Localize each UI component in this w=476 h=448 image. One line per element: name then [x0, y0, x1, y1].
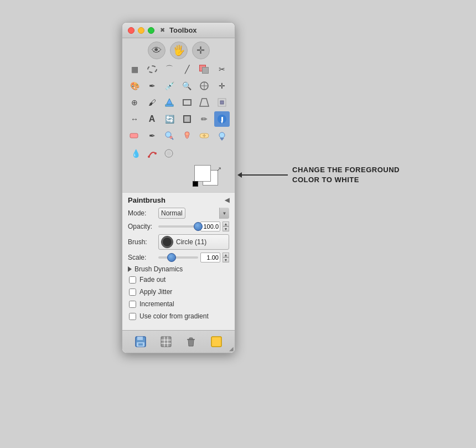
brush-dynamics-label: Brush Dynamics — [134, 265, 183, 273]
eyedrop-tool[interactable]: 💉 — [162, 78, 177, 94]
scale-up-button[interactable]: ▲ — [223, 253, 229, 258]
svg-point-20 — [154, 152, 157, 155]
grid-button[interactable] — [158, 333, 174, 350]
eraser-tool[interactable] — [127, 128, 142, 143]
opacity-down-button[interactable]: ▼ — [223, 226, 229, 231]
fade-out-label: Fade out — [139, 276, 165, 284]
smudge2-tool[interactable] — [161, 146, 177, 161]
smudge-tool[interactable] — [162, 128, 177, 143]
swap-colors-icon[interactable]: ↗ — [216, 166, 221, 173]
eye-tool-big[interactable]: 👁 — [148, 42, 165, 59]
scale-slider-container: ▲ ▼ — [158, 253, 229, 262]
svg-rect-26 — [138, 343, 143, 346]
brush-selector[interactable]: Circle (11) — [158, 234, 229, 250]
svg-rect-7 — [220, 101, 224, 104]
fade-out-row: Fade out — [128, 276, 229, 284]
mode-row: Mode: Normal ▼ — [128, 208, 229, 219]
opacity-slider-thumb[interactable] — [194, 222, 203, 231]
foreground-color-swatch[interactable] — [195, 166, 210, 181]
resize-handle[interactable]: ◢ — [229, 346, 234, 352]
opacity-slider-track — [158, 225, 198, 228]
dodge-tool[interactable] — [214, 128, 230, 143]
apply-jitter-label: Apply Jitter — [139, 288, 172, 296]
color-section: ↗ — [127, 163, 230, 190]
annotation-line1: CHANGE THE FOREGROUND — [292, 165, 400, 175]
scale-slider-thumb[interactable] — [167, 253, 176, 262]
fade-out-checkbox[interactable] — [129, 276, 136, 284]
maximize-button[interactable] — [148, 27, 154, 34]
mode-select-wrapper: Normal ▼ — [158, 208, 229, 219]
incremental-checkbox[interactable] — [129, 301, 136, 308]
opacity-label: Opacity: — [128, 223, 158, 230]
delete-button[interactable] — [183, 333, 199, 350]
incremental-label: Incremental — [139, 300, 174, 308]
brush-tool2[interactable]: 🖌 — [144, 95, 160, 110]
bottom-toolbar — [122, 330, 235, 353]
save-button[interactable] — [132, 333, 149, 350]
svg-rect-33 — [189, 338, 193, 339]
minimize-button[interactable] — [138, 27, 144, 34]
scissors-tool[interactable]: ✂ — [214, 61, 230, 77]
big-icons-row: 👁 🖐 ✛ — [127, 42, 230, 59]
water-tool[interactable]: 💧 — [128, 146, 143, 161]
scale-spinner: ▲ ▼ — [223, 253, 229, 262]
panel-title-text: Paintbrush — [128, 196, 165, 204]
title-bar: ✖ Toolbox — [122, 23, 235, 38]
panel-title: Paintbrush ◀ — [128, 196, 229, 204]
path-tool[interactable]: ╱ — [179, 61, 195, 77]
scale-value-input[interactable] — [200, 253, 220, 262]
extra-tools-row: 💧 — [127, 146, 230, 163]
fill-tool[interactable] — [162, 95, 177, 110]
toolbox-window: ✖ Toolbox 👁 🖐 ✛ ▦ ⌒ ╱ ✂ 🎨 ✒ 💉 — [122, 22, 235, 353]
svg-point-18 — [219, 132, 225, 138]
path2-tool[interactable] — [144, 146, 160, 161]
pencil-tool[interactable]: ✒ — [144, 78, 160, 94]
scale-slider-track — [158, 256, 198, 259]
svg-rect-27 — [161, 337, 171, 347]
measure-tool[interactable] — [196, 78, 212, 94]
cage-tool[interactable] — [214, 95, 230, 110]
rect-select2[interactable] — [179, 111, 195, 127]
brush-dynamics-row[interactable]: Brush Dynamics — [128, 265, 229, 273]
rect-shape-tool[interactable] — [179, 95, 195, 110]
apply-jitter-row: Apply Jitter — [128, 288, 229, 296]
export-button[interactable] — [208, 333, 225, 350]
text-tool[interactable]: A — [144, 111, 160, 127]
opacity-row: Opacity: ▲ ▼ — [128, 222, 229, 231]
hand-tool-big[interactable]: 🖐 — [170, 42, 188, 59]
incremental-row: Incremental — [128, 300, 229, 308]
airbrush-tool[interactable]: ✒ — [144, 128, 160, 143]
opacity-value-input[interactable] — [200, 222, 220, 231]
move-tool[interactable]: ✛ — [214, 78, 230, 94]
clone-tool[interactable] — [179, 128, 195, 143]
default-colors-icon[interactable] — [193, 181, 198, 187]
mode-select[interactable]: Normal — [158, 208, 185, 219]
svg-rect-34 — [211, 337, 221, 347]
tool-grid: ▦ ⌒ ╱ ✂ 🎨 ✒ 💉 🔍 ✛ ⊕ 🖌 — [127, 61, 230, 143]
close-button[interactable] — [128, 27, 134, 34]
paintbrush-tool[interactable] — [214, 111, 230, 127]
svg-rect-4 — [165, 105, 173, 106]
perspective-tool[interactable] — [196, 95, 212, 110]
window-title: Toolbox — [169, 26, 197, 34]
paint-tool[interactable]: 🎨 — [127, 78, 142, 94]
pencil2-tool[interactable]: ✏ — [196, 111, 212, 127]
opacity-up-button[interactable]: ▲ — [223, 222, 229, 226]
ellipse-select-tool[interactable] — [144, 61, 160, 77]
flip-tool[interactable]: ↔ — [127, 111, 142, 127]
align-tool[interactable]: ⊕ — [127, 95, 142, 110]
annotation-text: CHANGE THE FOREGROUND COLOR TO WHITE — [292, 165, 400, 185]
scale-down-button[interactable]: ▼ — [223, 258, 229, 262]
bandage-tool[interactable] — [196, 128, 212, 143]
opacity-spinner: ▲ ▼ — [223, 222, 229, 231]
zoom-tool[interactable]: 🔍 — [179, 78, 195, 94]
lasso-tool[interactable]: ⌒ — [162, 61, 177, 77]
use-color-gradient-checkbox[interactable] — [129, 313, 136, 320]
rect-tool2[interactable] — [196, 61, 212, 77]
heal-tool[interactable]: 🔄 — [162, 111, 177, 127]
move-tool-big[interactable]: ✛ — [192, 42, 210, 59]
panel-collapse-button[interactable]: ◀ — [225, 197, 229, 204]
scale-label: Scale: — [128, 254, 158, 261]
rect-select-tool[interactable]: ▦ — [127, 61, 142, 77]
apply-jitter-checkbox[interactable] — [129, 289, 136, 296]
